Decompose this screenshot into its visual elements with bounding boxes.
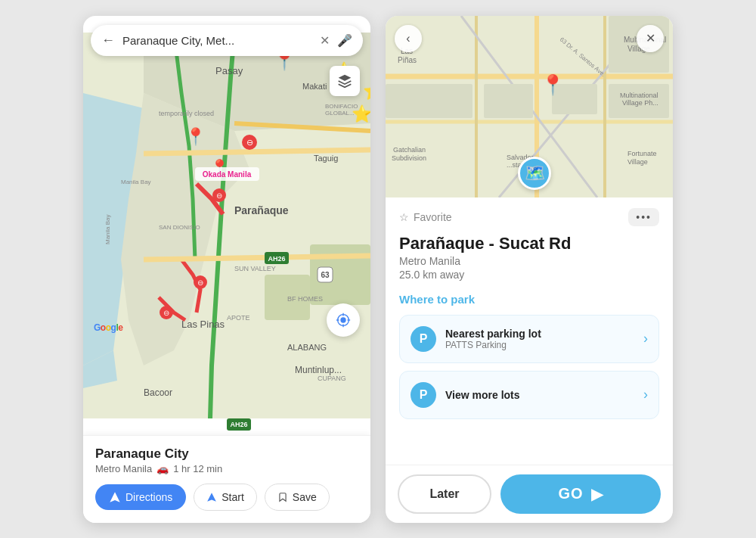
save-button[interactable]: Save (265, 484, 330, 511)
layers-button[interactable] (330, 66, 360, 96)
svg-text:AH26: AH26 (268, 255, 285, 263)
search-bar: ← Paranaque City, Met... ✕ 🎤 (91, 25, 363, 56)
svg-text:APOTE: APOTE (227, 314, 250, 322)
svg-text:⊖: ⊖ (216, 191, 222, 200)
back-button[interactable]: ‹ (395, 25, 422, 52)
view-more-lots-label: View more lots (445, 389, 634, 401)
svg-text:⊖: ⊖ (163, 309, 169, 317)
place-distance: 25.0 km away (399, 269, 659, 281)
place-subtitle: Metro Manila 🚗 1 hr 12 min (95, 463, 358, 474)
svg-text:📍: 📍 (185, 126, 206, 147)
svg-text:ALABANG: ALABANG (287, 343, 327, 352)
bottom-info-card: Paranaque City Metro Manila 🚗 1 hr 12 mi… (83, 435, 370, 523)
svg-rect-56 (484, 84, 533, 118)
favorite-label[interactable]: ☆ Favorite (399, 211, 452, 223)
svg-marker-51 (207, 493, 216, 502)
right-info-area: ☆ Favorite ••• Parañaque - Sucat Rd Metr… (386, 197, 673, 465)
right-panel: Las Piñas Multinational Village Multinat… (386, 16, 673, 523)
parking-text: Nearest parking lot PATTS Parking (445, 328, 634, 350)
directions-button[interactable]: Directions (95, 484, 186, 510)
svg-text:Parañaque: Parañaque (234, 204, 289, 216)
mic-icon[interactable]: 🎤 (337, 33, 352, 48)
search-input[interactable]: Paranaque City, Met... (122, 34, 312, 47)
svg-text:63: 63 (321, 271, 330, 279)
right-map-area[interactable]: Las Piñas Multinational Village Multinat… (386, 16, 673, 197)
svg-text:Makati: Makati (302, 82, 327, 91)
svg-text:Las Pinas: Las Pinas (181, 319, 225, 330)
place-title: Paranaque City (95, 446, 358, 462)
svg-text:Bacoor: Bacoor (144, 387, 172, 398)
go-arrow-icon: ▶ (591, 485, 603, 503)
star-icon: ☆ (399, 211, 409, 223)
parking-text-2: View more lots (445, 389, 634, 401)
place-title: Parañaque - Sucat Rd (399, 234, 659, 253)
svg-text:temporarily closed: temporarily closed (159, 110, 214, 117)
card-actions: Directions Start Save (95, 484, 358, 511)
svg-text:SAN DIONISIO: SAN DIONISIO (159, 224, 200, 231)
chevron-right-icon-2: › (643, 387, 648, 403)
svg-text:📍: 📍 (541, 73, 565, 97)
svg-text:Piñas: Piñas (398, 56, 417, 64)
close-button[interactable]: ✕ (637, 25, 664, 52)
svg-text:⭐: ⭐ (363, 81, 370, 101)
svg-rect-57 (386, 84, 472, 118)
svg-text:AH26: AH26 (230, 421, 247, 428)
svg-text:BONIFACIO: BONIFACIO (325, 103, 358, 110)
svg-text:Pasay: Pasay (215, 65, 243, 76)
later-button[interactable]: Later (398, 474, 491, 514)
svg-point-44 (340, 317, 345, 322)
nearest-parking-card[interactable]: P Nearest parking lot PATTS Parking › (399, 315, 659, 363)
svg-text:Fortunate: Fortunate (627, 150, 657, 157)
map-avatar: 🗺️ (518, 157, 551, 190)
place-region: Metro Manila (399, 255, 659, 267)
svg-text:Gatchalian: Gatchalian (393, 146, 426, 154)
map-area[interactable]: AH26 AH26 Pasay Makati Taguig Parañaque … (83, 16, 370, 435)
svg-text:Subdivision: Subdivision (392, 154, 426, 162)
svg-text:⊖: ⊖ (246, 138, 253, 147)
favorite-row: ☆ Favorite ••• (399, 208, 659, 226)
left-panel: ← Paranaque City, Met... ✕ 🎤 (83, 16, 370, 523)
close-icon: ✕ (646, 31, 655, 45)
more-options-button[interactable]: ••• (628, 208, 659, 226)
svg-text:SUN VALLEY: SUN VALLEY (234, 265, 276, 272)
location-button[interactable] (327, 303, 360, 337)
chevron-right-icon: › (643, 331, 648, 347)
svg-text:Manila Bay: Manila Bay (104, 214, 111, 244)
google-logo: Google (94, 322, 122, 333)
parking-lot-name: Nearest parking lot (445, 328, 634, 340)
bottom-actions: Later GO ▶ (386, 465, 673, 523)
parking-icon-2: P (411, 382, 436, 408)
parking-icon: P (411, 326, 436, 352)
svg-text:Taguig: Taguig (314, 154, 338, 163)
svg-text:⊖: ⊖ (197, 278, 203, 287)
svg-text:Village: Village (627, 158, 648, 166)
svg-text:Village Ph...: Village Ph... (622, 99, 658, 107)
start-button[interactable]: Start (194, 484, 257, 511)
svg-text:BF HOMES: BF HOMES (287, 295, 323, 303)
view-more-lots-card[interactable]: P View more lots › (399, 371, 659, 419)
where-to-park-label: Where to park (399, 293, 659, 306)
clear-search-button[interactable]: ✕ (320, 33, 330, 48)
svg-text:Multinational: Multinational (620, 92, 658, 99)
svg-text:Okada Manila: Okada Manila (203, 170, 252, 179)
svg-text:Muntinlup...: Muntinlup... (295, 365, 342, 375)
back-button[interactable]: ← (101, 33, 115, 48)
back-icon: ‹ (406, 32, 410, 45)
svg-text:Manila Bay: Manila Bay (121, 179, 151, 185)
parking-lot-sub: PATTS Parking (445, 340, 634, 350)
svg-text:GLOBAL...: GLOBAL... (325, 110, 355, 117)
svg-marker-50 (110, 492, 119, 502)
svg-text:CUPANG: CUPANG (318, 375, 346, 382)
go-button[interactable]: GO ▶ (500, 474, 661, 514)
